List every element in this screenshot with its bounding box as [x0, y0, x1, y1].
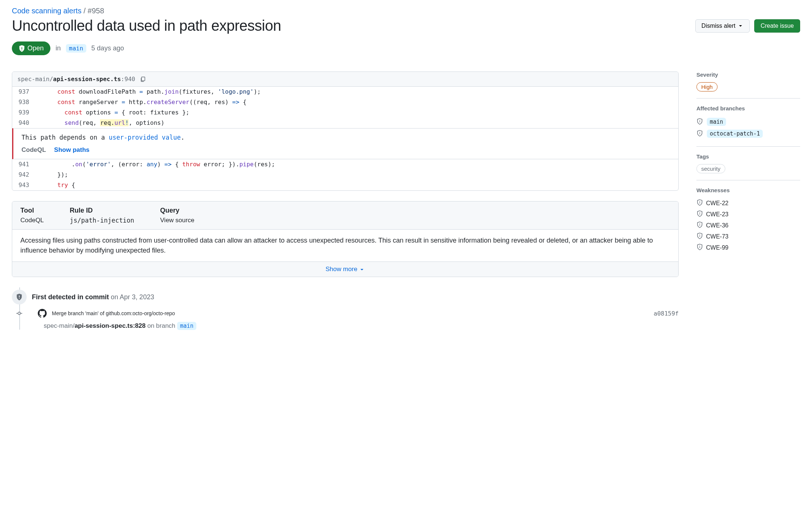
svg-rect-12: [699, 224, 700, 226]
code-line: 940 send(req, req.url!, options): [12, 118, 678, 128]
svg-point-3: [699, 120, 700, 121]
query-source-link[interactable]: View source: [160, 217, 194, 224]
page-title: Uncontrolled data used in path expressio…: [12, 17, 695, 34]
code-box: spec-main/api-session-spec.ts:940 937 co…: [12, 71, 679, 191]
annotation-link[interactable]: user-provided value: [109, 134, 180, 141]
rule-info-box: Tool CodeQL Rule ID js/path-injection Qu…: [12, 201, 679, 277]
copy-icon[interactable]: [140, 76, 146, 83]
shield-alert-icon: [12, 290, 27, 304]
rule-label: Rule ID: [70, 207, 134, 214]
weaknesses-heading: Weaknesses: [696, 187, 800, 193]
svg-rect-8: [699, 202, 700, 203]
chevron-down-icon: [738, 23, 743, 29]
shield-icon: [696, 199, 703, 207]
svg-point-0: [18, 312, 21, 315]
dismiss-alert-button[interactable]: Dismiss alert: [695, 19, 750, 33]
shield-icon: [696, 244, 703, 252]
rule-value: js/path-injection: [70, 217, 134, 224]
breadcrumb-parent[interactable]: Code scanning alerts: [12, 7, 81, 15]
file-path[interactable]: spec-main/api-session-spec.ts:940: [17, 76, 135, 83]
show-paths-link[interactable]: Show paths: [54, 146, 89, 154]
alert-annotation: This path depends on a user-provided val…: [12, 128, 678, 159]
code-line: 942 });: [12, 170, 678, 180]
code-line: 943 try {: [12, 180, 678, 190]
svg-rect-14: [699, 236, 700, 237]
state-badge: Open: [12, 41, 50, 55]
weakness-item[interactable]: CWE-23: [696, 209, 800, 220]
code-line: 939 const options = { root: fixtures };: [12, 107, 678, 118]
svg-point-9: [699, 212, 700, 213]
timeline-branch[interactable]: main: [177, 322, 196, 330]
annotation-tool: CodeQL: [21, 146, 46, 154]
severity-badge: High: [696, 82, 718, 91]
shield-icon: [696, 118, 703, 126]
severity-heading: Severity: [696, 71, 800, 78]
chevron-down-icon: [359, 267, 365, 273]
svg-point-7: [699, 201, 700, 202]
shield-icon: [696, 233, 703, 241]
tool-label: Tool: [20, 207, 44, 214]
status-in: in: [56, 44, 61, 52]
rule-description: Accessing files using paths constructed …: [12, 230, 678, 261]
branches-heading: Affected branches: [696, 105, 800, 111]
breadcrumb: Code scanning alerts / #958: [12, 0, 800, 15]
status-branch[interactable]: main: [66, 44, 86, 53]
weakness-item[interactable]: CWE-99: [696, 242, 800, 253]
svg-rect-4: [699, 121, 700, 122]
tag-chip[interactable]: security: [696, 164, 725, 173]
tags-heading: Tags: [696, 153, 800, 160]
commit-message[interactable]: Merge branch 'main' of github.com:octo-o…: [52, 310, 175, 316]
code-line: 941 .on('error', (error: any) => { throw…: [12, 159, 678, 170]
shield-icon: [696, 221, 703, 230]
weakness-item[interactable]: CWE-22: [696, 198, 800, 209]
shield-icon: [19, 45, 25, 52]
svg-point-5: [699, 132, 700, 133]
weakness-item[interactable]: CWE-73: [696, 231, 800, 242]
commit-hash[interactable]: a08159f: [654, 310, 679, 317]
breadcrumb-id: #958: [88, 7, 104, 15]
tool-value: CodeQL: [20, 217, 44, 224]
timeline-title: First detected in commit: [32, 293, 109, 301]
svg-rect-16: [699, 247, 700, 248]
timeline: First detected in commit on Apr 3, 2023 …: [12, 287, 679, 330]
svg-rect-6: [699, 133, 700, 134]
code-line: 937 const downloadFilePath = path.join(f…: [12, 87, 678, 97]
status-age: 5 days ago: [91, 44, 124, 52]
shield-icon: [696, 130, 703, 138]
query-label: Query: [160, 207, 194, 214]
svg-point-15: [699, 246, 700, 246]
svg-rect-10: [699, 213, 700, 214]
affected-branch[interactable]: main: [696, 116, 800, 128]
svg-point-13: [699, 234, 700, 235]
commit-icon: [16, 310, 22, 316]
code-line: 938 const rangeServer = http.createServe…: [12, 97, 678, 107]
weakness-item[interactable]: CWE-36: [696, 220, 800, 231]
create-issue-button[interactable]: Create issue: [754, 19, 800, 33]
affected-branch[interactable]: octocat-patch-1: [696, 128, 800, 140]
svg-point-11: [699, 223, 700, 224]
shield-icon: [696, 210, 703, 219]
avatar: [38, 309, 47, 318]
timeline-file[interactable]: spec-main/api-session-spec.ts:828: [44, 322, 146, 329]
show-more-button[interactable]: Show more: [12, 261, 678, 277]
